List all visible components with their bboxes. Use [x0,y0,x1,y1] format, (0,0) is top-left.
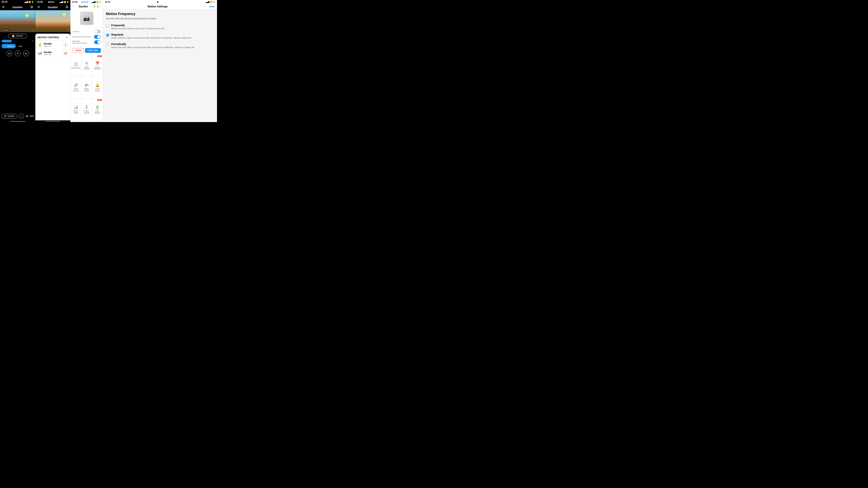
signal-icon3: ▂▄▆ [92,1,95,3]
battery-icon2: 🔋 [67,1,69,3]
grid-item-device-schedules[interactable]: NEW📅Device Schedules [92,55,103,76]
lights-toggle[interactable] [94,30,101,33]
home-indicator [10,121,25,122]
statusbar-panel2: 18:46 ◀ Blink ▂▄▆ 📶 🔋 [35,0,70,4]
timeline-bar[interactable] [2,40,31,42]
grid-item-motion-snooze[interactable]: 💤Motion Snooze [82,76,92,98]
grid-label-5: Linked Chimes [93,88,102,92]
dc-title: DEVICE CONTROL [38,36,59,39]
dc-close-button[interactable]: ✕ [66,36,68,39]
timeline-filled [2,40,12,42]
status-icons-panel1: ▂▄▆ 📶 🔋 [24,1,34,3]
dc-item-name-siren: Garden [44,51,61,54]
grid-icon-0: 📋 [74,62,78,66]
radio-circle-2 [106,43,110,46]
motion-settings-content: Motion Frequency Set how often this devi… [103,9,217,120]
close-button-panel1[interactable]: ✕ [2,5,5,9]
header-panel4: ‹ Motion Settings Next [103,4,217,9]
back-button-panel4[interactable]: ‹ [105,5,106,8]
wifi-icon: 📶 [29,1,31,3]
next-button-panel4[interactable]: Next [209,5,215,8]
timeline-label: 20 [32,40,34,42]
filter-button[interactable]: ⊘ [26,114,29,118]
battery-empty-icon: 🔋 [93,5,96,8]
more-button[interactable]: ••• [30,114,34,118]
battery-icon4: 🔋 [213,1,215,3]
close-button-panel2[interactable]: ✕ [37,5,40,9]
back-arrow-icon[interactable]: ‹ [100,5,101,8]
header-panel3: ‹ Garden 🔋 🔋 ‹ [70,4,103,9]
grid-item-linked-chimes[interactable]: 🔔Linked Chimes [92,76,103,98]
next-button[interactable]: ⏭ [23,51,29,56]
radio-option-regularly[interactable]: RegularlyMotion detection takes a short … [106,33,214,39]
home-button[interactable]: ⌂ [19,113,24,119]
siren-toggle-button[interactable]: 📢 [63,51,68,56]
battery-display: 🔋 🔋 ‹ [93,5,101,8]
grid-item-motion-settings[interactable]: 🏃Motion Settings [82,98,92,120]
panel-device-control: 18:46 ◀ Blink ▂▄▆ 📶 🔋 ✕ Garden ⚙ ⛶ DEVIC… [35,0,70,122]
share-icon: 🔗 [4,115,7,118]
settings-icon-panel2[interactable]: ⚙ [65,5,68,9]
sun-overlay2 [62,12,67,17]
today-button[interactable]: 📅 TODAY [8,34,27,38]
dc-item-info-light: Garden Light Off [44,42,61,47]
radio-option-periodically[interactable]: PeriodicallyMotion detection takes a lon… [106,42,214,49]
back-button-panel3[interactable]: ‹ [72,5,73,8]
motion-detection-toggle[interactable] [94,35,101,39]
radio-label-2: Periodically [111,42,214,45]
settings-icon-panel1[interactable]: ⚙ [30,5,33,9]
motion-notifications-toggle[interactable] [94,40,101,44]
radio-circle-1 [106,33,110,37]
radio-option-frequently[interactable]: FrequentlyMotion detection always stays … [106,24,214,30]
battery-icon: 🔋 [31,1,34,3]
grid-item-event-history[interactable]: 📋Event History [70,55,81,76]
video-timestamp: 20:09:06 [1,29,9,31]
dc-item-siren: 📢 Garden Siren Off 📢 [35,49,70,58]
pause-button[interactable]: ⏸ [15,51,21,56]
fullscreen-button[interactable]: ⛶ [32,29,34,31]
grid-label-1: Mode Settings [82,66,91,70]
radio-circle-0 [106,24,110,28]
grid-label-7: Motion Settings [82,110,91,114]
grid-label-0: Event History [71,67,81,69]
dc-header: DEVICE CONTROL ✕ [35,34,70,40]
bottom-bar-panel1: 🔗 SHARE ⌂ ⊘ ••• [0,112,35,120]
siren-icon: 📢 [38,52,42,55]
statusbar-panel1: 20:18 ▂▄▆ 📶 🔋 [0,0,35,4]
live-view-button[interactable]: LIVE VIEW [85,48,101,53]
fullscreen-button2[interactable]: ⛶ [67,29,69,31]
live-button[interactable]: Live [17,44,24,48]
home-indicator3 [79,121,94,122]
gmail-back[interactable]: ◀ Gmail [81,1,88,3]
wifi-icon2: 📶 [64,1,66,3]
status-icons4: ▂▄▆ 📶 🔋 [206,1,215,3]
video-panel1[interactable]: 20:09:06 ⛶ [0,10,35,32]
statusbar-panel3: 15:56 ◀ Gmail ▂▄▆ 📶 🔋 [70,0,103,4]
motion-notifications-label: MOTION NOTIFICATIONS [72,40,94,44]
blink-back[interactable]: ◀ Blink [48,1,54,3]
dc-item-name-light: Garden [44,42,61,45]
dc-item-info-siren: Garden Siren Off [44,51,61,56]
panel-motion-settings: 10:15 ▶ ▂▄▆ 📶 🔋 ‹ Motion Settings Next M… [103,0,217,122]
timeline-row: 20 [0,39,35,43]
action-buttons: SIREN LIVE VIEW [70,46,103,55]
grid-item-mode-settings[interactable]: ⚙Mode Settings [82,55,92,76]
cal-icon: 📅 [12,35,14,37]
signal-icon: ▂▄▆ [24,1,28,3]
light-toggle-button[interactable]: 💡 [63,42,68,47]
prev-button[interactable]: ⏮ [6,51,12,56]
radio-label-0: Frequently [111,24,214,27]
share-button[interactable]: 🔗 SHARE [2,114,17,119]
dc-item-sub-siren: Siren Off [44,54,61,56]
grid-item-power-settings[interactable]: NEW🔋Power Settings [92,98,103,120]
motion-button[interactable]: 🏃 Motion [2,44,16,48]
grid-item-linked-devices[interactable]: 🔗Linked Devices [70,76,81,98]
video-panel2[interactable]: ⛶ [35,10,70,32]
motion-notifications-toggle-row: MOTION NOTIFICATIONS [72,39,101,45]
grid-icon-6: 📊 [74,105,78,109]
wifi-icon3: 📶 [96,1,98,3]
siren-button[interactable]: SIREN [72,48,84,53]
wifi-icon4: 📶 [210,1,212,3]
grid-item-device-health[interactable]: 📊Device Health [70,98,81,120]
status-icons-panel2: ▂▄▆ 📶 🔋 [59,1,69,3]
